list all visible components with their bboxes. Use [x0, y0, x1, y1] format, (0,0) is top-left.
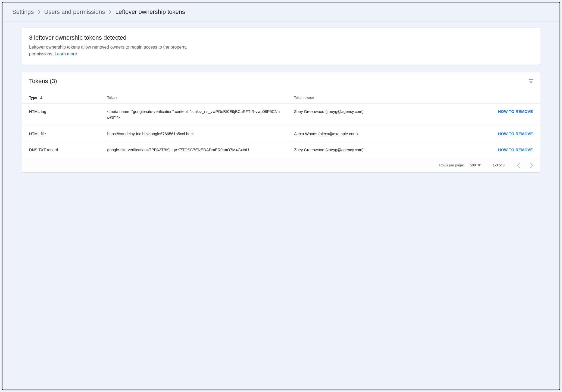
svg-rect-1 [530, 81, 533, 81]
table-row: HTML tag <meta name="google-site-verific… [21, 103, 541, 126]
svg-rect-0 [529, 79, 533, 80]
learn-more-link[interactable]: Learn more [55, 52, 77, 56]
page-range: 1-3 of 3 [493, 163, 505, 167]
how-to-remove-link[interactable]: HOW TO REMOVE [498, 132, 533, 136]
dropdown-icon [477, 164, 481, 167]
tokens-card-header: Tokens (3) [21, 72, 541, 92]
table-row: DNS TXT record google-site-verification=… [21, 142, 541, 158]
svg-rect-2 [530, 82, 532, 83]
cell-type: HTML tag [21, 103, 105, 126]
cell-token: <meta name="google-site-verification" co… [105, 103, 292, 126]
how-to-remove-link[interactable]: HOW TO REMOVE [498, 109, 533, 114]
alert-text-line-2-prefix: permissions. [29, 52, 55, 56]
column-header-token[interactable]: Token [105, 92, 292, 104]
arrow-down-icon [40, 96, 43, 99]
pager [517, 163, 533, 168]
breadcrumb-item-settings[interactable]: Settings [12, 8, 34, 15]
cell-token: google-site-verification=TPPA2TBf9j_qAK7… [105, 142, 292, 158]
next-page-button[interactable] [530, 163, 533, 168]
chevron-right-icon [109, 10, 111, 14]
cell-token: https://vandelay-inc.biz/google6766561b5… [105, 126, 292, 142]
rows-per-page: Rows per page: 500 [439, 163, 481, 167]
table-footer: Rows per page: 500 1-3 of 3 [21, 158, 541, 172]
tokens-table: Type Token Token owner HTML tag <meta n [21, 92, 541, 158]
cell-type: HTML file [21, 126, 105, 142]
table-row: HTML file https://vandelay-inc.biz/googl… [21, 126, 541, 142]
breadcrumb-item-current: Leftover ownership tokens [115, 8, 185, 15]
column-header-type-label: Type [29, 96, 37, 100]
column-header-owner[interactable]: Token owner [291, 92, 447, 104]
rows-per-page-label: Rows per page: [439, 163, 464, 167]
how-to-remove-link[interactable]: HOW TO REMOVE [498, 148, 533, 152]
cell-owner: Zoey Greenwood (zoeyg@agency.com) [291, 142, 447, 158]
tokens-card: Tokens (3) Type [21, 72, 541, 172]
app-frame: Settings Users and permissions Leftover … [2, 2, 560, 390]
alert-text-line-1: Leftover ownership tokens allow removed … [29, 45, 187, 49]
rows-per-page-select[interactable]: 500 [470, 163, 481, 167]
rows-per-page-value: 500 [470, 163, 476, 167]
alert-card: 3 leftover ownership tokens detected Lef… [21, 28, 541, 65]
cell-owner: Zoey Greenwood (zoeyg@agency.com) [291, 103, 447, 126]
cell-owner: Alexa Woods (alexa@example.com) [291, 126, 447, 142]
prev-page-button[interactable] [517, 163, 520, 168]
breadcrumb: Settings Users and permissions Leftover … [2, 2, 560, 22]
breadcrumb-item-users-permissions[interactable]: Users and permissions [44, 8, 105, 15]
alert-title: 3 leftover ownership tokens detected [29, 34, 533, 41]
tokens-card-title: Tokens (3) [29, 78, 57, 85]
content-area: 3 leftover ownership tokens detected Lef… [2, 22, 560, 390]
chevron-right-icon [38, 10, 40, 14]
cell-type: DNS TXT record [21, 142, 105, 158]
filter-icon[interactable] [528, 78, 534, 84]
column-header-action [447, 92, 541, 104]
alert-body: Leftover ownership tokens allow removed … [29, 44, 533, 58]
column-header-type[interactable]: Type [21, 92, 105, 104]
